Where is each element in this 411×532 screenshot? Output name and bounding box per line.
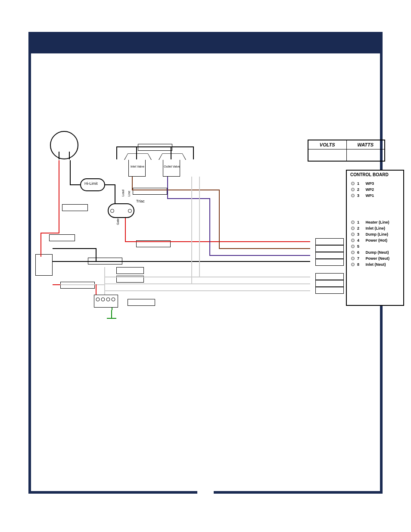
wire-tag — [60, 282, 95, 289]
wire-purple — [209, 255, 310, 256]
cb-row-wp1: 3 WP1 — [347, 193, 403, 199]
wire-green — [112, 308, 112, 310]
triac-gate-label: Gate — [116, 218, 119, 225]
cb-row-power-hot: 4 Power (Hot) — [347, 237, 403, 243]
wire-black — [115, 184, 115, 203]
wire-black — [116, 146, 117, 159]
wire-red — [125, 218, 126, 242]
wire-tag — [62, 204, 88, 211]
wire-red — [59, 184, 59, 233]
control-board-bottom-rows: 1 Heater (Line) 2 Inlet (Line) 3 Dump (L… — [347, 219, 403, 268]
wire-black — [116, 146, 194, 147]
terminal-dot-icon — [351, 188, 355, 191]
volts-header: VOLTS — [308, 140, 347, 149]
wire-black — [70, 160, 71, 184]
power-switch-icon — [35, 254, 53, 276]
connector-stub — [315, 238, 344, 245]
hi-limit-label: Hi-Limit — [84, 181, 98, 186]
cb-row-wp3: 1 WP3 — [347, 180, 403, 187]
connector-stub — [315, 245, 344, 252]
terminal-block-icon — [94, 295, 118, 308]
wire-tag — [133, 188, 167, 195]
wire-red — [40, 233, 59, 233]
cb-row-5: 5 — [347, 243, 403, 249]
control-board-top-rows: 1 WP3 2 WP2 3 WP1 — [347, 180, 403, 199]
outlet-valve-label: Outlet Valve — [163, 165, 181, 168]
wire-black — [193, 146, 194, 159]
wire-white — [104, 283, 310, 284]
wire-brown — [132, 177, 133, 190]
cb-row-dump-line: 3 Dump (Line) — [347, 231, 403, 237]
wire-black — [136, 146, 137, 159]
wire-black — [53, 261, 310, 262]
wire-tag — [128, 299, 155, 306]
wire-black — [96, 248, 97, 261]
wire-white — [191, 177, 192, 283]
volts-cell — [308, 149, 347, 161]
triac-label: Triac — [136, 199, 145, 203]
triac-terminal-icon — [110, 209, 114, 213]
cb-row-power-neut: 7 Power (Neut) — [347, 255, 403, 261]
connector-stub — [315, 259, 344, 266]
wire-red — [125, 241, 310, 242]
control-board: CONTROL BOARD 1 WP3 2 WP2 3 WP1 1 Heater… — [346, 170, 404, 306]
wire-brown — [132, 190, 220, 190]
wire-red — [40, 233, 41, 257]
wire-white — [53, 284, 104, 285]
terminal-dot-icon — [351, 245, 355, 248]
wire-brown — [219, 190, 220, 248]
terminal-dot-icon — [351, 239, 355, 242]
terminal-dot-icon — [351, 194, 355, 197]
wire-black — [171, 146, 171, 159]
wire-purple — [167, 198, 210, 199]
svg-point-2 — [106, 298, 110, 301]
wire-white — [199, 177, 200, 277]
heater-element-icon — [50, 131, 78, 159]
connector-stub — [315, 287, 344, 294]
control-board-title: CONTROL BOARD — [347, 171, 403, 180]
svg-point-3 — [112, 298, 115, 301]
wire-purple — [209, 198, 210, 255]
terminal-dot-icon — [351, 251, 355, 254]
connector-stub — [315, 280, 344, 287]
wire-tag — [49, 234, 75, 241]
wire-red — [53, 284, 60, 285]
connector-stub — [315, 252, 344, 259]
svg-point-0 — [96, 298, 100, 301]
watts-header: WATTS — [347, 140, 385, 149]
cb-row-dump-neut: 6 Dump (Neut) — [347, 249, 403, 255]
triac-load-label: Load — [121, 190, 125, 196]
terminal-dot-icon — [351, 257, 355, 260]
svg-point-1 — [101, 298, 105, 301]
outlet-valve-icon: Outlet Valve — [163, 159, 180, 177]
connector-stub — [315, 273, 344, 280]
wire-red — [96, 284, 97, 295]
wire-white — [104, 277, 310, 277]
cb-row-wp2: 2 WP2 — [347, 187, 403, 193]
watts-cell — [347, 149, 385, 161]
wire-black — [70, 184, 80, 185]
volts-watts-table: VOLTS WATTS — [308, 140, 385, 162]
cb-row-inlet-line: 2 Inlet (Line) — [347, 225, 403, 231]
cb-row-inlet-neut: 8 Inlet (Neut) — [347, 261, 403, 268]
inlet-valve-icon: Inlet Valve — [128, 159, 146, 177]
terminal-dot-icon — [351, 227, 355, 230]
terminal-dot-icon — [351, 221, 355, 224]
triac-icon — [108, 203, 134, 218]
triac-line-label: Line — [128, 191, 131, 196]
wire-red — [59, 160, 59, 184]
wire-brown — [219, 248, 310, 249]
frame-split — [197, 491, 214, 494]
cb-row-heater-line: 1 Heater (Line) — [347, 219, 403, 225]
inlet-valve-label: Inlet Valve — [129, 165, 146, 168]
terminal-dot-icon — [351, 182, 355, 185]
wire-white — [104, 290, 310, 291]
terminal-dot-icon — [351, 233, 355, 236]
triac-terminal-icon — [128, 209, 132, 213]
wire-tag — [116, 267, 144, 274]
wire-black — [105, 184, 115, 185]
ground-symbol-icon — [111, 310, 112, 318]
title-bar — [31, 34, 380, 53]
wire-tag — [138, 144, 172, 151]
terminal-screws-icon — [94, 295, 118, 308]
